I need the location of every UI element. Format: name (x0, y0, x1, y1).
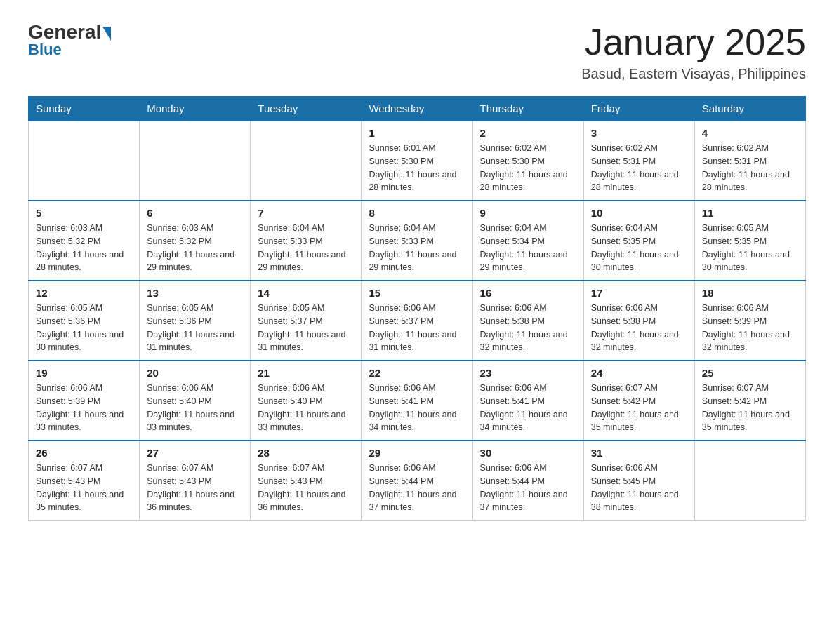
calendar-week-row: 1Sunrise: 6:01 AMSunset: 5:30 PMDaylight… (29, 121, 806, 201)
calendar-day-cell: 29Sunrise: 6:06 AMSunset: 5:44 PMDayligh… (362, 441, 472, 521)
calendar-day-cell: 12Sunrise: 6:05 AMSunset: 5:36 PMDayligh… (29, 281, 140, 361)
day-number: 15 (369, 287, 465, 299)
day-info: Sunrise: 6:06 AMSunset: 5:37 PMDaylight:… (369, 302, 465, 354)
day-info: Sunrise: 6:07 AMSunset: 5:42 PMDaylight:… (702, 382, 798, 434)
day-info: Sunrise: 6:05 AMSunset: 5:36 PMDaylight:… (147, 302, 243, 354)
calendar-header-row: SundayMondayTuesdayWednesdayThursdayFrid… (29, 97, 806, 121)
calendar-day-cell: 24Sunrise: 6:07 AMSunset: 5:42 PMDayligh… (583, 361, 694, 441)
calendar-weekday-header: Saturday (694, 97, 805, 121)
day-info: Sunrise: 6:04 AMSunset: 5:33 PMDaylight:… (258, 222, 354, 274)
calendar-week-row: 5Sunrise: 6:03 AMSunset: 5:32 PMDaylight… (29, 201, 806, 281)
calendar-day-cell: 21Sunrise: 6:06 AMSunset: 5:40 PMDayligh… (251, 361, 362, 441)
calendar-day-cell: 1Sunrise: 6:01 AMSunset: 5:30 PMDaylight… (362, 121, 472, 201)
calendar-weekday-header: Thursday (472, 97, 583, 121)
day-info: Sunrise: 6:06 AMSunset: 5:41 PMDaylight:… (369, 382, 465, 434)
calendar-day-cell: 25Sunrise: 6:07 AMSunset: 5:42 PMDayligh… (694, 361, 805, 441)
calendar-day-cell: 13Sunrise: 6:05 AMSunset: 5:36 PMDayligh… (140, 281, 251, 361)
day-info: Sunrise: 6:06 AMSunset: 5:44 PMDaylight:… (369, 462, 465, 514)
calendar-week-row: 26Sunrise: 6:07 AMSunset: 5:43 PMDayligh… (29, 441, 806, 521)
day-number: 23 (480, 367, 576, 379)
day-info: Sunrise: 6:06 AMSunset: 5:39 PMDaylight:… (36, 382, 132, 434)
day-info: Sunrise: 6:02 AMSunset: 5:30 PMDaylight:… (480, 142, 576, 194)
day-number: 13 (147, 287, 243, 299)
logo: General Blue (28, 21, 111, 59)
calendar-day-cell: 30Sunrise: 6:06 AMSunset: 5:44 PMDayligh… (472, 441, 583, 521)
calendar-day-cell: 31Sunrise: 6:06 AMSunset: 5:45 PMDayligh… (583, 441, 694, 521)
calendar-day-cell: 20Sunrise: 6:06 AMSunset: 5:40 PMDayligh… (140, 361, 251, 441)
day-number: 12 (36, 287, 132, 299)
title-block: January 2025 Basud, Eastern Visayas, Phi… (581, 21, 806, 82)
day-number: 4 (702, 127, 798, 139)
day-info: Sunrise: 6:06 AMSunset: 5:40 PMDaylight:… (258, 382, 354, 434)
calendar-day-cell: 27Sunrise: 6:07 AMSunset: 5:43 PMDayligh… (140, 441, 251, 521)
calendar-day-cell: 17Sunrise: 6:06 AMSunset: 5:38 PMDayligh… (583, 281, 694, 361)
day-number: 14 (258, 287, 354, 299)
calendar-weekday-header: Friday (583, 97, 694, 121)
calendar-day-cell: 26Sunrise: 6:07 AMSunset: 5:43 PMDayligh… (29, 441, 140, 521)
day-info: Sunrise: 6:07 AMSunset: 5:43 PMDaylight:… (258, 462, 354, 514)
calendar-day-cell: 6Sunrise: 6:03 AMSunset: 5:32 PMDaylight… (140, 201, 251, 281)
day-number: 29 (369, 447, 465, 459)
calendar-day-cell: 2Sunrise: 6:02 AMSunset: 5:30 PMDaylight… (472, 121, 583, 201)
calendar-day-cell: 9Sunrise: 6:04 AMSunset: 5:34 PMDaylight… (472, 201, 583, 281)
day-number: 28 (258, 447, 354, 459)
day-info: Sunrise: 6:06 AMSunset: 5:41 PMDaylight:… (480, 382, 576, 434)
calendar-day-cell: 28Sunrise: 6:07 AMSunset: 5:43 PMDayligh… (251, 441, 362, 521)
calendar-empty-cell (29, 121, 140, 201)
logo-arrow-icon (102, 27, 111, 41)
logo-blue-text: Blue (28, 41, 62, 59)
calendar-day-cell: 11Sunrise: 6:05 AMSunset: 5:35 PMDayligh… (694, 201, 805, 281)
day-info: Sunrise: 6:04 AMSunset: 5:34 PMDaylight:… (480, 222, 576, 274)
day-info: Sunrise: 6:07 AMSunset: 5:43 PMDaylight:… (36, 462, 132, 514)
day-number: 18 (702, 287, 798, 299)
calendar-empty-cell (694, 441, 805, 521)
calendar-empty-cell (140, 121, 251, 201)
day-info: Sunrise: 6:06 AMSunset: 5:44 PMDaylight:… (480, 462, 576, 514)
calendar-day-cell: 3Sunrise: 6:02 AMSunset: 5:31 PMDaylight… (583, 121, 694, 201)
calendar-day-cell: 15Sunrise: 6:06 AMSunset: 5:37 PMDayligh… (362, 281, 472, 361)
calendar-day-cell: 4Sunrise: 6:02 AMSunset: 5:31 PMDaylight… (694, 121, 805, 201)
day-info: Sunrise: 6:05 AMSunset: 5:35 PMDaylight:… (702, 222, 798, 274)
calendar-day-cell: 19Sunrise: 6:06 AMSunset: 5:39 PMDayligh… (29, 361, 140, 441)
calendar-day-cell: 5Sunrise: 6:03 AMSunset: 5:32 PMDaylight… (29, 201, 140, 281)
calendar-day-cell: 23Sunrise: 6:06 AMSunset: 5:41 PMDayligh… (472, 361, 583, 441)
calendar-table: SundayMondayTuesdayWednesdayThursdayFrid… (28, 96, 806, 521)
day-info: Sunrise: 6:05 AMSunset: 5:36 PMDaylight:… (36, 302, 132, 354)
day-info: Sunrise: 6:02 AMSunset: 5:31 PMDaylight:… (702, 142, 798, 194)
day-number: 1 (369, 127, 465, 139)
day-number: 10 (591, 207, 687, 219)
day-info: Sunrise: 6:03 AMSunset: 5:32 PMDaylight:… (147, 222, 243, 274)
calendar-weekday-header: Wednesday (362, 97, 472, 121)
calendar-weekday-header: Sunday (29, 97, 140, 121)
calendar-empty-cell (251, 121, 362, 201)
calendar-day-cell: 7Sunrise: 6:04 AMSunset: 5:33 PMDaylight… (251, 201, 362, 281)
day-number: 9 (480, 207, 576, 219)
day-info: Sunrise: 6:06 AMSunset: 5:39 PMDaylight:… (702, 302, 798, 354)
day-info: Sunrise: 6:04 AMSunset: 5:35 PMDaylight:… (591, 222, 687, 274)
day-number: 17 (591, 287, 687, 299)
calendar-day-cell: 18Sunrise: 6:06 AMSunset: 5:39 PMDayligh… (694, 281, 805, 361)
day-info: Sunrise: 6:01 AMSunset: 5:30 PMDaylight:… (369, 142, 465, 194)
day-number: 3 (591, 127, 687, 139)
page-title: January 2025 (581, 21, 806, 63)
day-number: 5 (36, 207, 132, 219)
day-info: Sunrise: 6:02 AMSunset: 5:31 PMDaylight:… (591, 142, 687, 194)
calendar-week-row: 12Sunrise: 6:05 AMSunset: 5:36 PMDayligh… (29, 281, 806, 361)
day-number: 22 (369, 367, 465, 379)
day-number: 25 (702, 367, 798, 379)
day-number: 2 (480, 127, 576, 139)
calendar-week-row: 19Sunrise: 6:06 AMSunset: 5:39 PMDayligh… (29, 361, 806, 441)
calendar-day-cell: 10Sunrise: 6:04 AMSunset: 5:35 PMDayligh… (583, 201, 694, 281)
day-info: Sunrise: 6:06 AMSunset: 5:38 PMDaylight:… (480, 302, 576, 354)
day-info: Sunrise: 6:06 AMSunset: 5:45 PMDaylight:… (591, 462, 687, 514)
day-number: 20 (147, 367, 243, 379)
day-number: 21 (258, 367, 354, 379)
day-info: Sunrise: 6:06 AMSunset: 5:40 PMDaylight:… (147, 382, 243, 434)
page-subtitle: Basud, Eastern Visayas, Philippines (581, 66, 806, 82)
day-number: 26 (36, 447, 132, 459)
day-info: Sunrise: 6:06 AMSunset: 5:38 PMDaylight:… (591, 302, 687, 354)
calendar-weekday-header: Tuesday (251, 97, 362, 121)
day-number: 31 (591, 447, 687, 459)
day-number: 24 (591, 367, 687, 379)
day-number: 6 (147, 207, 243, 219)
